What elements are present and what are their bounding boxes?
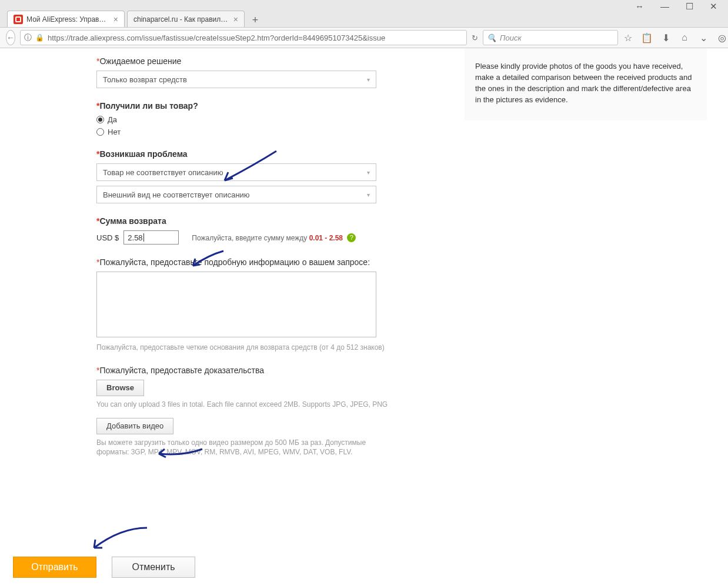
tab-close-icon[interactable]: × (113, 15, 118, 24)
form-actions: Отправить Отменить (13, 557, 715, 586)
chevron-down-icon: ▾ (367, 76, 370, 83)
chevron-down-icon: ▾ (367, 169, 370, 176)
back-button[interactable]: ← (6, 30, 15, 45)
select-value: Товар не соответствует описанию (103, 168, 223, 177)
submit-button[interactable]: Отправить (13, 557, 96, 578)
toolbar-icons: ☆ 📋 ⬇ ⌂ ⌄ ◎ ☰ (623, 32, 728, 43)
video-hint: Вы можете загрузить только одно видео ра… (96, 438, 390, 458)
browser-toolbar: ← ⓘ 🔒 https://trade.aliexpress.com/issue… (0, 27, 728, 48)
details-textarea[interactable] (96, 272, 376, 337)
select-value: Только возврат средств (103, 75, 187, 84)
field-label-evidence: *Пожалуйста, предоставьте доказательства (96, 366, 390, 375)
close-window-icon[interactable]: ✕ (710, 1, 717, 11)
maximize-icon[interactable]: ☐ (686, 1, 693, 11)
radio-yes[interactable]: Да (96, 115, 390, 124)
browse-button[interactable]: Browse (96, 380, 144, 396)
field-label-details: *Пожалуйста, предоставьте подробную инфо… (96, 257, 390, 267)
search-placeholder: Поиск (500, 34, 522, 42)
tab-title: chinaparcel.ru - Как правильно (133, 15, 229, 24)
add-video-button[interactable]: Добавить видео (96, 418, 173, 434)
new-tab-button[interactable]: + (247, 13, 263, 27)
search-icon: 🔍 (487, 34, 496, 42)
url-text: https://trade.aliexpress.com/issue/fasti… (48, 34, 385, 42)
radio-icon (96, 116, 104, 123)
download-icon[interactable]: ⬇ (660, 32, 671, 43)
upload-hint: You can only upload 3 files in total. Ea… (96, 400, 390, 410)
chevron-down-icon: ▾ (367, 192, 370, 198)
lock-icon: 🔒 (35, 34, 44, 42)
radio-no[interactable]: Нет (96, 128, 390, 136)
refund-hint: Пожалуйста, введите сумму между 0.01 - 2… (192, 233, 356, 242)
problem-select-primary[interactable]: Товар не соответствует описанию ▾ (96, 163, 376, 181)
page-viewport: Please kindly provide photos of the good… (0, 48, 728, 586)
pocket-icon[interactable]: ⌄ (698, 32, 709, 43)
reload-button[interactable]: ↻ (472, 34, 478, 42)
field-label-refund: *Сумма возврата (96, 216, 390, 226)
details-hint: Пожалуйста, предоставьте четкие основани… (96, 343, 390, 353)
field-label-received: *Получили ли вы товар? (96, 101, 390, 110)
browser-tab-active[interactable]: Мой AliExpress: Управлять × (7, 11, 125, 27)
browser-tab[interactable]: chinaparcel.ru - Как правильно × (127, 11, 245, 27)
select-value: Внешний вид не соответствует описанию (103, 190, 250, 199)
cancel-button[interactable]: Отменить (112, 557, 195, 578)
clipboard-icon[interactable]: 📋 (642, 32, 652, 43)
info-icon: ⓘ (24, 32, 32, 43)
dispute-form: *Ожидаемое решение Только возврат средст… (96, 56, 390, 470)
field-label-solution: *Ожидаемое решение (96, 56, 390, 66)
instruction-text: Please kindly provide photos of the good… (475, 62, 692, 104)
minimize-icon[interactable]: — (660, 1, 669, 11)
star-icon[interactable]: ☆ (623, 32, 633, 43)
resize-icon[interactable]: ↔ (635, 1, 644, 11)
solution-select[interactable]: Только возврат средств ▾ (96, 71, 376, 88)
currency-label: USD $ (96, 233, 119, 242)
help-icon[interactable]: ? (347, 233, 356, 242)
tab-title: Мой AliExpress: Управлять (26, 15, 109, 24)
address-bar[interactable]: ⓘ 🔒 https://trade.aliexpress.com/issue/f… (20, 30, 467, 45)
search-bar[interactable]: 🔍 Поиск (483, 30, 618, 45)
instruction-panel: Please kindly provide photos of the good… (465, 48, 707, 120)
refund-amount-input[interactable]: 2.58 (123, 230, 179, 245)
radio-icon (96, 128, 104, 136)
browser-tabstrip: Мой AliExpress: Управлять × chinaparcel.… (7, 11, 721, 27)
window-controls: ↔ — ☐ ✕ (635, 0, 728, 11)
annotation-arrow-icon (88, 524, 153, 554)
field-label-problem: *Возникшая проблема (96, 149, 390, 159)
shield-icon[interactable]: ◎ (717, 32, 727, 43)
problem-select-secondary[interactable]: Внешний вид не соответствует описанию ▾ (96, 186, 376, 203)
tab-close-icon[interactable]: × (233, 15, 238, 24)
aliexpress-favicon-icon (14, 15, 23, 24)
home-icon[interactable]: ⌂ (679, 32, 690, 43)
